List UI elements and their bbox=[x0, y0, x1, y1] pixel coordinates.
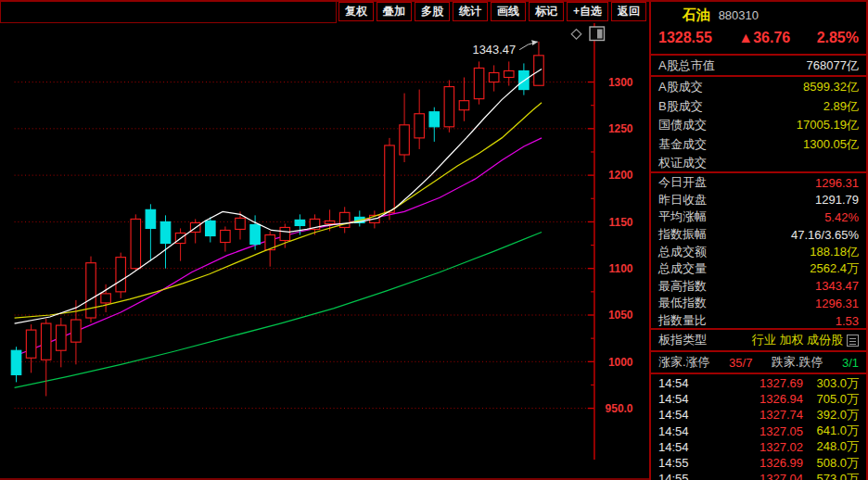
chart-canvas[interactable]: 1300125012001150110010501000950.01343.47 bbox=[0, 23, 649, 480]
price-change: ▲36.76 bbox=[738, 30, 790, 46]
row-value: 188.18亿 bbox=[810, 244, 859, 260]
axis-label: 1100 bbox=[609, 262, 633, 275]
tick-time: 14:54 bbox=[658, 408, 710, 422]
stock-code: 880310 bbox=[719, 8, 759, 22]
tick-volume: 303.0万 bbox=[803, 375, 859, 392]
candle-body bbox=[459, 101, 469, 110]
stat-row: 总成交量2562.4万 bbox=[651, 260, 866, 278]
axis-label: 1200 bbox=[608, 169, 633, 182]
candlestick-chart[interactable]: 1300125012001150110010501000950.01343.47 bbox=[0, 23, 649, 480]
stat-row: 昨日收盘1291.79 bbox=[651, 192, 866, 209]
turnover-row: A股成交8599.32亿 bbox=[651, 78, 866, 97]
row-value: 47.16/3.65% bbox=[791, 228, 859, 242]
tick-price: 1327.74 bbox=[710, 408, 803, 422]
back-button[interactable]: 返回 bbox=[611, 2, 646, 21]
row-value: 1291.79 bbox=[815, 193, 859, 207]
decliners-label: 跌家.跌停 bbox=[772, 354, 823, 371]
tick-time: 14:55 bbox=[658, 456, 710, 470]
tick-time: 14:54 bbox=[658, 392, 710, 406]
row-label: 平均涨幅 bbox=[658, 208, 707, 225]
candle-body bbox=[57, 325, 67, 350]
tick-time: 14:54 bbox=[658, 440, 710, 454]
board-type-label: 板指类型 bbox=[658, 332, 707, 348]
candle-body bbox=[415, 114, 425, 138]
tick-time: 14:54 bbox=[658, 424, 710, 438]
candle-body bbox=[474, 68, 484, 98]
statistics-button[interactable]: 统计 bbox=[453, 2, 488, 21]
tick-volume: 248.0万 bbox=[803, 438, 859, 455]
row-value: 8599.32亿 bbox=[803, 79, 859, 95]
tick-row: 14:541327.05641.0万 bbox=[651, 423, 866, 439]
multi-stock-button[interactable]: 多股 bbox=[415, 2, 450, 21]
overlay-button[interactable]: 叠加 bbox=[377, 2, 412, 21]
tick-volume: 641.0万 bbox=[803, 423, 859, 439]
candle-body bbox=[71, 320, 82, 342]
mark-button[interactable]: 标记 bbox=[529, 2, 564, 21]
candle-body bbox=[11, 350, 21, 374]
annotation-arrow bbox=[519, 42, 537, 50]
row-label: 最高指数 bbox=[658, 278, 707, 295]
board-type-value[interactable]: 行业 加权 成份股 bbox=[752, 332, 843, 348]
candle-body bbox=[504, 70, 515, 77]
candle-body bbox=[146, 209, 156, 228]
row-value: 5.42% bbox=[824, 210, 859, 224]
row-value: 1296.31 bbox=[815, 176, 859, 190]
board-type-section: 板指类型 行业 加权 成份股 bbox=[651, 330, 866, 352]
row-label: 指数量比 bbox=[658, 312, 707, 329]
stat-row: 指数振幅47.16/3.65% bbox=[651, 226, 866, 244]
stat-row: 指数量比1.53 bbox=[651, 312, 866, 330]
row-value: 2.89亿 bbox=[823, 98, 859, 115]
tick-list[interactable]: 14:541327.69303.0万14:541326.94705.0万14:5… bbox=[651, 374, 866, 480]
price-change-percent: 2.85% bbox=[817, 30, 859, 46]
row-value: 1.53 bbox=[836, 314, 859, 328]
row-value: 1296.31 bbox=[815, 297, 859, 310]
candle-body bbox=[160, 221, 171, 243]
tick-row: 14:551327.04573.0万 bbox=[651, 471, 866, 480]
high-annotation: 1343.47 bbox=[473, 43, 517, 57]
candle-body bbox=[131, 219, 141, 268]
candle-body bbox=[295, 220, 305, 225]
row-label: 指数振幅 bbox=[658, 226, 707, 243]
market-cap-value: 768077亿 bbox=[807, 57, 859, 74]
tick-time: 14:55 bbox=[658, 472, 710, 480]
draw-line-button[interactable]: 画线 bbox=[491, 2, 526, 21]
row-label: 昨日收盘 bbox=[658, 192, 707, 208]
candle-body bbox=[206, 221, 216, 235]
tick-volume: 705.0万 bbox=[803, 391, 859, 408]
add-watchlist-button[interactable]: +自选 bbox=[567, 2, 608, 21]
advancers-label: 涨家.涨停 bbox=[658, 354, 710, 371]
row-label: 今日开盘 bbox=[658, 174, 707, 191]
row-value: 2562.4万 bbox=[810, 260, 859, 277]
tick-volume: 392.0万 bbox=[803, 407, 859, 423]
row-value: 1300.05亿 bbox=[803, 136, 859, 153]
restore-rights-button[interactable]: 复权 bbox=[338, 2, 374, 21]
tick-row: 14:541326.94705.0万 bbox=[651, 391, 866, 407]
components-grid-icon[interactable] bbox=[847, 335, 859, 347]
tick-row: 14:541327.02248.0万 bbox=[651, 439, 866, 455]
row-label: 基金成交 bbox=[658, 136, 707, 153]
panel-layout-icon[interactable] bbox=[589, 26, 606, 42]
stat-row: 今日开盘1296.31 bbox=[651, 174, 866, 192]
tick-price: 1327.04 bbox=[710, 472, 803, 480]
tick-volume: 573.0万 bbox=[803, 471, 859, 480]
candle-body bbox=[26, 330, 36, 358]
tick-price: 1326.99 bbox=[710, 456, 803, 470]
axis-label: 1300 bbox=[608, 76, 633, 89]
app-window: 复权叠加多股统计画线标记+自选返回 1300125012001150110010… bbox=[0, 0, 868, 480]
toolbar: 复权叠加多股统计画线标记+自选返回 bbox=[0, 2, 649, 23]
advancers-value: 35/7 bbox=[729, 356, 752, 370]
turnover-row: 权证成交 bbox=[651, 154, 866, 173]
candle-body bbox=[250, 224, 261, 244]
candle-body bbox=[101, 294, 111, 303]
tick-time: 14:54 bbox=[658, 376, 710, 390]
row-label: 权证成交 bbox=[658, 155, 707, 171]
turnover-row: 国债成交17005.19亿 bbox=[651, 116, 866, 135]
market-cap-label: A股总市值 bbox=[658, 57, 715, 74]
toolbar-buttons: 复权叠加多股统计画线标记+自选返回 bbox=[338, 2, 649, 23]
row-label: 总成交额 bbox=[658, 244, 707, 260]
tick-row: 14:541327.74392.0万 bbox=[651, 407, 866, 423]
market-cap-section: A股总市值 768077亿 bbox=[651, 56, 866, 77]
axis-label: 950.0 bbox=[606, 402, 633, 415]
chart-corner-icons bbox=[569, 26, 606, 42]
diamond-marker-icon[interactable] bbox=[569, 27, 583, 41]
